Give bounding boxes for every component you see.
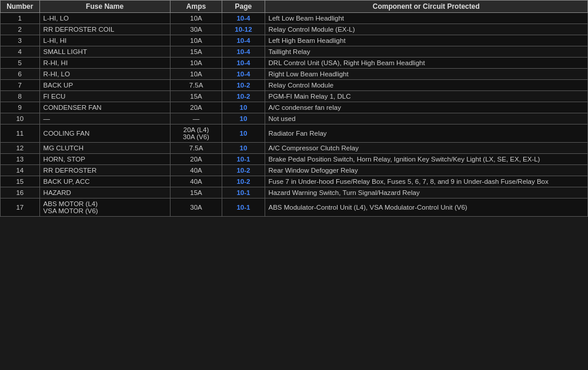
cell-page[interactable]: 10-1 xyxy=(222,187,265,199)
cell-page[interactable]: 10-4 xyxy=(222,46,265,58)
page-link[interactable]: 10-4 xyxy=(236,48,250,55)
cell-fuse-name: L-HI, LO xyxy=(39,13,170,24)
cell-fuse-name: RR DEFROSTER COIL xyxy=(39,24,170,35)
page-link[interactable]: 10-4 xyxy=(236,15,250,22)
header-component: Component or Circuit Protected xyxy=(265,1,587,13)
table-header-row: Number Fuse Name Amps Page Component or … xyxy=(1,1,588,13)
table-row: 12MG CLUTCH7.5A10A/C Compressor Clutch R… xyxy=(1,143,588,154)
cell-page[interactable]: 10-4 xyxy=(222,35,265,46)
table-row: 2RR DEFROSTER COIL30A10-12Relay Control … xyxy=(1,24,588,35)
cell-fuse-name: RR DEFROSTER xyxy=(39,165,170,176)
header-page: Page xyxy=(222,1,265,13)
cell-fuse-name: FI ECU xyxy=(39,91,170,102)
cell-page[interactable]: 10-2 xyxy=(222,165,265,176)
cell-number: 1 xyxy=(1,13,40,24)
page-link[interactable]: 10-2 xyxy=(236,178,250,185)
cell-fuse-name: R-HI, HI xyxy=(39,58,170,69)
cell-number: 10 xyxy=(1,113,40,125)
cell-page[interactable]: 10 xyxy=(222,125,265,143)
cell-component: DRL Control Unit (USA), Right High Beam … xyxy=(265,58,587,69)
cell-amps: 10A xyxy=(170,13,222,24)
cell-fuse-name: BACK UP xyxy=(39,80,170,91)
cell-page[interactable]: 10 xyxy=(222,102,265,113)
cell-component: Left High Beam Headlight xyxy=(265,35,587,46)
page-link[interactable]: 10-2 xyxy=(236,82,250,89)
cell-component: Hazard Warning Switch, Turn Signal/Hazar… xyxy=(265,187,587,199)
table-row: 15BACK UP, ACC40A10-2Fuse 7 in Under-hoo… xyxy=(1,176,588,187)
cell-component: Brake Pedal Position Switch, Horn Relay,… xyxy=(265,154,587,165)
page-link[interactable]: 10 xyxy=(240,130,248,137)
page-link[interactable]: 10-1 xyxy=(236,204,250,211)
table-row: 9CONDENSER FAN20A10A/C condenser fan rel… xyxy=(1,102,588,113)
cell-page[interactable]: 10 xyxy=(222,113,265,125)
cell-number: 3 xyxy=(1,35,40,46)
cell-amps: 15A xyxy=(170,46,222,58)
cell-page[interactable]: 10-2 xyxy=(222,80,265,91)
page-link[interactable]: 10-4 xyxy=(236,59,250,66)
cell-number: 6 xyxy=(1,69,40,80)
table-row: 10——10Not used xyxy=(1,113,588,125)
cell-number: 11 xyxy=(1,125,40,143)
cell-number: 16 xyxy=(1,187,40,199)
cell-amps: 7.5A xyxy=(170,143,222,154)
table-row: 3L-HI, HI10A10-4Left High Beam Headlight xyxy=(1,35,588,46)
cell-component: ABS Modulator-Control Unit (L4), VSA Mod… xyxy=(265,199,587,217)
cell-number: 13 xyxy=(1,154,40,165)
cell-fuse-name: — xyxy=(39,113,170,125)
cell-page[interactable]: 10-2 xyxy=(222,91,265,102)
cell-page[interactable]: 10-2 xyxy=(222,176,265,187)
cell-number: 7 xyxy=(1,80,40,91)
cell-page[interactable]: 10-12 xyxy=(222,24,265,35)
page-link[interactable]: 10-2 xyxy=(236,167,250,174)
cell-component: Taillight Relay xyxy=(265,46,587,58)
header-fuse-name: Fuse Name xyxy=(39,1,170,13)
page-link[interactable]: 10 xyxy=(240,115,248,122)
cell-amps: 15A xyxy=(170,187,222,199)
page-link[interactable]: 10-1 xyxy=(236,156,250,163)
cell-amps: 15A xyxy=(170,91,222,102)
cell-fuse-name: CONDENSER FAN xyxy=(39,102,170,113)
cell-number: 2 xyxy=(1,24,40,35)
cell-page[interactable]: 10 xyxy=(222,143,265,154)
cell-amps: 40A xyxy=(170,165,222,176)
cell-fuse-name: ABS MOTOR (L4) VSA MOTOR (V6) xyxy=(39,199,170,217)
table-row: 7BACK UP7.5A10-2Relay Control Module xyxy=(1,80,588,91)
cell-fuse-name: R-HI, LO xyxy=(39,69,170,80)
table-row: 13HORN, STOP20A10-1Brake Pedal Position … xyxy=(1,154,588,165)
cell-component: Right Low Beam Headlight xyxy=(265,69,587,80)
cell-fuse-name: BACK UP, ACC xyxy=(39,176,170,187)
page-link[interactable]: 10 xyxy=(240,144,248,152)
cell-fuse-name: MG CLUTCH xyxy=(39,143,170,154)
cell-amps: 20A xyxy=(170,154,222,165)
page-link[interactable]: 10-4 xyxy=(236,70,250,78)
cell-page[interactable]: 10-4 xyxy=(222,69,265,80)
cell-page[interactable]: 10-1 xyxy=(222,199,265,217)
page-link[interactable]: 10 xyxy=(240,104,248,111)
cell-page[interactable]: 10-1 xyxy=(222,154,265,165)
cell-fuse-name: COOLING FAN xyxy=(39,125,170,143)
cell-number: 15 xyxy=(1,176,40,187)
cell-amps: 7.5A xyxy=(170,80,222,91)
cell-component: Relay Control Module xyxy=(265,80,587,91)
cell-page[interactable]: 10-4 xyxy=(222,58,265,69)
cell-amps: 20A (L4) 30A (V6) xyxy=(170,125,222,143)
cell-number: 5 xyxy=(1,58,40,69)
table-row: 4SMALL LIGHT15A10-4Taillight Relay xyxy=(1,46,588,58)
cell-fuse-name: HORN, STOP xyxy=(39,154,170,165)
cell-component: Rear Window Defogger Relay xyxy=(265,165,587,176)
page-link[interactable]: 10-1 xyxy=(236,189,250,196)
cell-amps: 10A xyxy=(170,58,222,69)
cell-amps: 30A xyxy=(170,199,222,217)
cell-component: PGM-FI Main Relay 1, DLC xyxy=(265,91,587,102)
header-number: Number xyxy=(1,1,40,13)
cell-component: Fuse 7 in Under-hood Fuse/Relay Box, Fus… xyxy=(265,176,587,187)
cell-component: A/C condenser fan relay xyxy=(265,102,587,113)
page-link[interactable]: 10-4 xyxy=(236,37,250,44)
cell-page[interactable]: 10-4 xyxy=(222,13,265,24)
cell-fuse-name: SMALL LIGHT xyxy=(39,46,170,58)
table-row: 1L-HI, LO10A10-4Left Low Beam Headlight xyxy=(1,13,588,24)
table-row: 14RR DEFROSTER40A10-2Rear Window Defogge… xyxy=(1,165,588,176)
page-link[interactable]: 10-12 xyxy=(235,26,252,33)
page-link[interactable]: 10-2 xyxy=(236,93,250,100)
fuse-table: Number Fuse Name Amps Page Component or … xyxy=(0,0,588,217)
